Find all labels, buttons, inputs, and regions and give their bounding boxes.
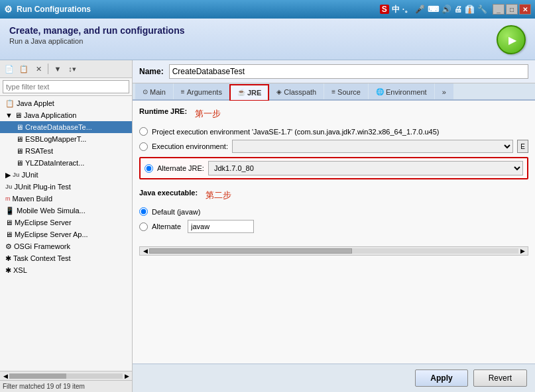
- h-scrollbar-track[interactable]: [149, 248, 518, 254]
- scroll-left-btn[interactable]: ◀: [1, 373, 9, 379]
- title-bar-title: Run Configurations: [17, 5, 380, 14]
- tree-item-label: MyEclipse Server: [15, 219, 72, 226]
- alternate-jre-radio[interactable]: [145, 164, 153, 173]
- server-icon: 🖥: [5, 219, 13, 226]
- window-controls: _ □ ✕: [493, 4, 531, 15]
- alternate-jre-highlight: Alternate JRE: Jdk1.7.0_80: [139, 157, 528, 179]
- speaker-icon: 🔊: [442, 5, 451, 14]
- tab-source[interactable]: ≡ Source: [324, 83, 368, 99]
- tree-item-myeclipse-server[interactable]: 🖥 MyEclipse Server: [0, 217, 132, 228]
- config-icon: 🖥: [16, 135, 23, 143]
- sort-button[interactable]: ↕▾: [66, 62, 79, 75]
- osgi-icon: ⚙: [5, 242, 12, 251]
- collapse-button[interactable]: ▼: [51, 62, 64, 75]
- tree-item-java-applet[interactable]: 📋 Java Applet: [0, 97, 132, 109]
- scroll-left-btn[interactable]: ◀: [141, 248, 149, 254]
- duplicate-button[interactable]: 📋: [17, 62, 30, 75]
- execution-env-row: Execution environment: E: [139, 140, 528, 153]
- java-exec-radio-group: Default (javaw) Alternate: [139, 207, 528, 233]
- tree-item-label: JUnit: [22, 171, 38, 179]
- execution-env-label: Execution environment:: [152, 142, 228, 150]
- tree-item-label: Java Applet: [17, 99, 54, 107]
- wrench-icon: 🔧: [477, 5, 487, 14]
- tree-item-junit-plugin[interactable]: Ju JUnit Plug-in Test: [0, 181, 132, 193]
- tree-item-label: Java Application: [24, 111, 77, 119]
- maximize-button[interactable]: □: [506, 4, 518, 15]
- tree-item-maven[interactable]: m Maven Build: [0, 193, 132, 205]
- name-input[interactable]: [169, 64, 528, 79]
- expand-icon: ▶: [5, 171, 11, 179]
- scrollbar-thumb[interactable]: [9, 373, 66, 379]
- tree-item-label: YLZDataInteract...: [25, 159, 84, 167]
- project-execution-env-radio[interactable]: [139, 127, 148, 136]
- tree-item-label: JUnit Plug-in Test: [15, 183, 71, 191]
- tree-item-label: Mobile Web Simula...: [17, 207, 86, 215]
- default-javaw-radio[interactable]: [139, 207, 148, 216]
- scrollbar-track[interactable]: [9, 373, 123, 379]
- minimize-button[interactable]: _: [493, 4, 505, 15]
- tree-item-label: MyEclipse Server Ap...: [15, 230, 88, 238]
- java-executable-section: Java executable: 第二步 Default (javaw) Alt…: [139, 189, 528, 233]
- runtime-jre-label: Runtime JRE:: [139, 107, 187, 115]
- tree-item-osgi[interactable]: ⚙ OSGi Framework: [0, 240, 132, 252]
- tree-area: 📋 Java Applet ▼ 🖥 Java Application 🖥 Cre…: [0, 96, 132, 371]
- java-exec-header: Java executable: 第二步: [139, 189, 528, 202]
- tab-label: Source: [337, 88, 361, 96]
- tree-item-create-db[interactable]: 🖥 CreateDatabaseTe...: [0, 121, 132, 133]
- project-execution-env-label: Project execution environment 'JavaSE-1.…: [152, 128, 439, 136]
- content-area: 📄 📋 ✕ ▼ ↕▾ 📋 Java Applet ▼: [0, 60, 535, 392]
- step1-annotation: 第一步: [195, 108, 221, 120]
- tree-item-task-context[interactable]: ✱ Task Context Test: [0, 252, 132, 264]
- tree-item-myeclipse-server-ap[interactable]: 🖥 MyEclipse Server Ap...: [0, 228, 132, 240]
- execution-env-select[interactable]: [232, 140, 513, 153]
- tree-item-ylz[interactable]: 🖥 YLZDataInteract...: [0, 157, 132, 169]
- name-row: Name:: [133, 60, 535, 83]
- server-ap-icon: 🖥: [5, 230, 13, 238]
- tree-item-label: Maven Build: [13, 195, 53, 203]
- h-scrollbar[interactable]: ◀ ▶: [139, 246, 528, 256]
- tree-item-junit[interactable]: ▶ Ju JUnit: [0, 169, 132, 181]
- h-scrollbar-thumb[interactable]: [149, 248, 352, 254]
- window-body: Create, manage, and run configurations R…: [0, 19, 535, 392]
- new-config-button[interactable]: 📄: [3, 62, 16, 75]
- tab-label: Classpath: [284, 88, 316, 96]
- scroll-right-btn[interactable]: ▶: [518, 248, 526, 254]
- tree-item-rsa[interactable]: 🖥 RSATest: [0, 145, 132, 157]
- horizontal-scrollbar-area: ◀ ▶: [139, 246, 528, 256]
- alternate-javaw-radio[interactable]: [139, 222, 148, 231]
- left-panel-scrollbar[interactable]: ◀ ▶: [0, 371, 132, 380]
- tab-environment[interactable]: 🌐 Environment: [369, 83, 434, 99]
- apply-button[interactable]: Apply: [415, 369, 467, 387]
- search-box: [0, 78, 132, 96]
- env-tab-icon: 🌐: [376, 88, 384, 95]
- scroll-right-btn[interactable]: ▶: [123, 373, 131, 379]
- alternate-jre-select[interactable]: Jdk1.7.0_80: [208, 161, 523, 175]
- more-tab-label: »: [442, 88, 446, 96]
- tab-arguments[interactable]: ≡ Arguments: [174, 83, 229, 99]
- tree-item-java-application[interactable]: ▼ 🖥 Java Application: [0, 109, 132, 121]
- close-button[interactable]: ✕: [519, 4, 531, 15]
- tree-item-esb[interactable]: 🖥 ESBLogMapperT...: [0, 133, 132, 145]
- sougou-icon: S: [380, 5, 389, 14]
- tab-label: JRE: [247, 89, 261, 97]
- tab-more[interactable]: »: [435, 83, 453, 99]
- left-panel: 📄 📋 ✕ ▼ ↕▾ 📋 Java Applet ▼: [0, 60, 133, 392]
- tree-item-mobile-web[interactable]: 📱 Mobile Web Simula...: [0, 205, 132, 217]
- tab-classpath[interactable]: ◈ Classpath: [269, 83, 324, 99]
- revert-button[interactable]: Revert: [473, 369, 527, 387]
- alternate-jre-label: Alternate JRE:: [157, 164, 204, 172]
- tab-main[interactable]: ⊙ Main: [135, 83, 173, 99]
- alternate-javaw-input[interactable]: [188, 220, 254, 233]
- execution-env-radio[interactable]: [139, 142, 148, 151]
- header-heading: Create, manage, and run configurations: [9, 25, 185, 36]
- tab-jre[interactable]: ☕ JRE: [230, 85, 268, 101]
- junit-plugin-icon: Ju: [5, 183, 13, 190]
- delete-button[interactable]: ✕: [32, 62, 45, 75]
- classpath-tab-icon: ◈: [276, 88, 282, 95]
- tree-item-label: CreateDatabaseTe...: [25, 123, 92, 131]
- tree-item-xsl[interactable]: ✱ XSL: [0, 264, 132, 276]
- config-icon: 🖥: [16, 123, 23, 131]
- run-button[interactable]: [497, 25, 526, 54]
- search-input[interactable]: [3, 80, 129, 93]
- exec-env-edit-btn[interactable]: E: [517, 140, 528, 153]
